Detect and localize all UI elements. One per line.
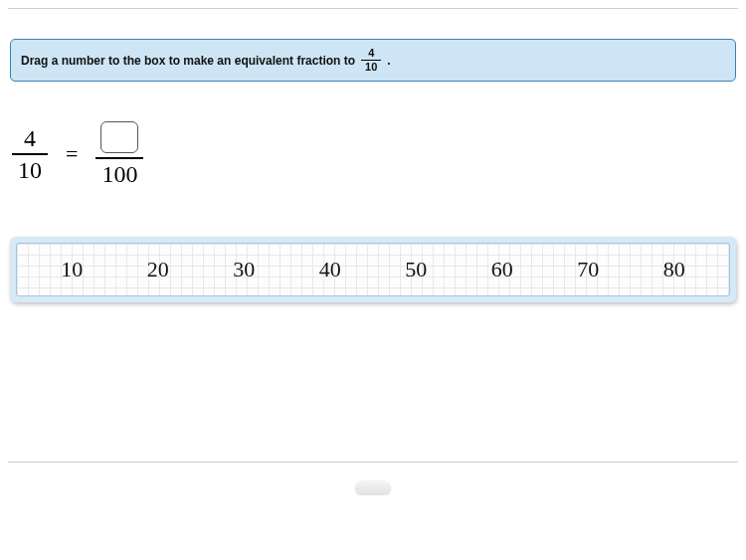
right-denominator: 100 <box>95 159 143 187</box>
instruction-text-before: Drag a number to the box to make an equi… <box>21 54 355 68</box>
instruction-text-after: . <box>387 54 390 68</box>
tile-30[interactable]: 30 <box>227 257 261 282</box>
tile-80[interactable]: 80 <box>657 257 691 282</box>
divider-bottom <box>8 462 738 463</box>
number-tiles-grid: 10 20 30 40 50 60 70 80 <box>16 243 730 296</box>
instruction-frac-numerator: 4 <box>364 48 378 60</box>
divider-top <box>8 8 738 9</box>
numerator-drop-target[interactable] <box>100 121 138 153</box>
right-fraction: 100 <box>95 121 143 187</box>
tile-20[interactable]: 20 <box>141 257 175 282</box>
equation-area: 4 10 = 100 <box>12 121 746 187</box>
footer-button[interactable] <box>355 480 391 495</box>
left-numerator: 4 <box>18 125 42 153</box>
tile-10[interactable]: 10 <box>55 257 89 282</box>
tile-60[interactable]: 60 <box>485 257 519 282</box>
number-tiles-panel: 10 20 30 40 50 60 70 80 <box>10 237 736 302</box>
exercise-container: Drag a number to the box to make an equi… <box>0 8 746 495</box>
left-fraction: 4 10 <box>12 125 48 183</box>
equals-sign: = <box>66 141 78 167</box>
instruction-banner: Drag a number to the box to make an equi… <box>10 39 736 82</box>
tile-70[interactable]: 70 <box>571 257 605 282</box>
left-denominator: 10 <box>12 155 48 183</box>
instruction-frac-denominator: 10 <box>361 61 381 73</box>
tile-40[interactable]: 40 <box>313 257 347 282</box>
instruction-fraction: 4 10 <box>361 48 381 73</box>
tile-50[interactable]: 50 <box>399 257 433 282</box>
